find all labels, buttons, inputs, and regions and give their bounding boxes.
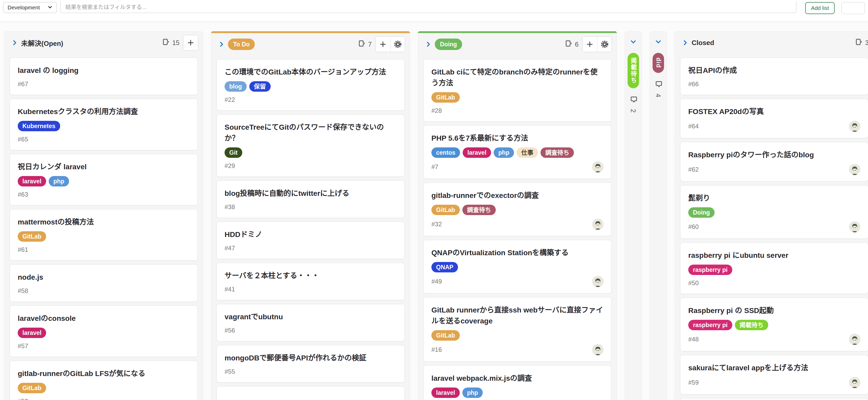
label-pill[interactable]: 調査待ち <box>540 147 574 158</box>
issue-title[interactable]: laravel webpack.mix.jsの調査 <box>431 373 603 384</box>
label-pill[interactable]: laravel <box>463 147 491 158</box>
issue-title[interactable]: vagrantでubutnu <box>224 311 397 322</box>
collapse-column-button[interactable] <box>10 38 19 47</box>
assignee-avatar[interactable] <box>849 121 860 132</box>
label-pill[interactable]: laravel <box>18 328 46 338</box>
assignee-avatar[interactable] <box>592 161 603 173</box>
expand-column-button[interactable] <box>629 37 638 46</box>
add-issue-button[interactable] <box>183 35 198 50</box>
issue-title[interactable]: mattermostの投稿方法 <box>18 217 190 227</box>
issue-card[interactable]: gitlab-runnerでのexectorの調査GitLab調査待ち#32 <box>423 183 611 236</box>
issue-card[interactable]: sakuraにてlaravel appを上げる方法#59 <box>680 355 868 395</box>
collapse-column-button[interactable] <box>681 38 689 47</box>
issue-title[interactable]: gitlab-runnerでのexectorの調査 <box>431 190 603 201</box>
issue-card[interactable]: blog投稿時に自動的にtwitterに上げる#38 <box>216 181 405 218</box>
label-pill[interactable]: GitLab <box>431 92 460 102</box>
label-pill[interactable]: php <box>494 147 514 158</box>
search-input[interactable] <box>60 1 796 13</box>
label-pill[interactable]: laravel <box>431 388 460 398</box>
label-pill[interactable]: php <box>49 176 69 186</box>
label-pill[interactable]: QNAP <box>431 262 458 272</box>
issue-title[interactable]: gitlab-runnerのGitLab LFSが気になる <box>18 368 190 379</box>
issue-title[interactable]: laravelのconsole <box>18 313 190 324</box>
label-pill[interactable]: centos <box>431 147 460 158</box>
issue-card[interactable]: この環境でのGitLab本体のバージョンアップ方法blog保留#22 <box>216 59 405 111</box>
label-pill[interactable]: GitLab <box>431 205 460 215</box>
issue-card[interactable]: laravelのconsolelaravel#57 <box>10 305 198 357</box>
issue-card[interactable]: サーバを２本柱とする・・・#41 <box>216 263 405 300</box>
add-list-button[interactable]: Add list <box>805 2 835 14</box>
expand-column-button[interactable] <box>654 37 663 46</box>
issue-title[interactable]: 祝日カレンダ laravel <box>18 161 190 173</box>
assignee-avatar[interactable] <box>592 276 603 287</box>
issue-card[interactable]: 髭剃りDoing#60 <box>680 185 868 239</box>
issue-title[interactable]: node.js <box>18 272 190 283</box>
list-settings-button[interactable] <box>390 37 405 52</box>
issue-card[interactable]: laravel の logging#67 <box>10 58 198 95</box>
label-pill[interactable]: php <box>462 388 483 398</box>
issue-title[interactable]: Raspberry pi の SSD起動 <box>688 305 860 316</box>
issue-card[interactable]: mongoDBで郵便番号APIが作れるかの検証#55 <box>216 345 405 382</box>
issue-title[interactable]: QNAPのVirtualization Stationを構築する <box>431 247 603 258</box>
issue-card-partial[interactable] <box>216 386 405 400</box>
issue-card[interactable]: gitlab-runnerのGitLab LFSが気になるGitLab#53 <box>10 361 198 400</box>
label-pill[interactable]: 調査待ち <box>462 205 496 215</box>
add-issue-button[interactable] <box>376 37 390 52</box>
issue-card-partial[interactable] <box>680 398 868 400</box>
issue-title[interactable]: GitLab ciにて特定のbranchのみ特定のrunnerを使う方法 <box>431 67 603 89</box>
issue-title[interactable]: mongoDBで郵便番号APIが作れるかの検証 <box>224 352 397 364</box>
assignee-avatar[interactable] <box>592 219 603 230</box>
issue-card[interactable]: GitLab runnerから直接ssh webサーバに直接ファイルを送るcov… <box>423 297 611 362</box>
issue-card[interactable]: SourceTreeにてGitのパスワード保存できないのか？Git#29 <box>216 114 405 177</box>
issue-card[interactable]: FOSTEX AP20dの写真#64 <box>680 99 868 138</box>
issue-card[interactable]: Kubernetesクラスタの利用方法調査Kubernetes#65 <box>10 99 198 150</box>
list-settings-button[interactable] <box>597 37 612 52</box>
issue-title[interactable]: HDDドミノ <box>224 229 397 240</box>
issue-title[interactable]: この環境でのGitLab本体のバージョンアップ方法 <box>224 67 397 78</box>
issue-title[interactable]: Raspberry piのタワー作った話のblog <box>688 150 860 160</box>
issue-card[interactable]: Raspberry pi の SSD起動raspberry pi掲載待ち#48 <box>680 298 868 351</box>
issue-card[interactable]: laravel webpack.mix.jsの調査laravelphp#30 <box>423 365 611 400</box>
assignee-avatar[interactable] <box>592 344 603 355</box>
issue-card[interactable]: vagrantでubutnu#56 <box>216 304 405 341</box>
label-pill[interactable]: Git <box>224 147 242 158</box>
issue-card[interactable]: QNAPのVirtualization Stationを構築するQNAP#49 <box>423 240 611 294</box>
label-pill[interactable]: GitLab <box>18 231 46 242</box>
issue-title[interactable]: sakuraにてlaravel appを上げる方法 <box>688 363 860 373</box>
collapse-column-button[interactable] <box>217 40 226 49</box>
label-pill[interactable]: 掲載待ち <box>735 320 768 330</box>
label-pill[interactable]: Kubernetes <box>18 121 60 131</box>
label-pill[interactable]: 保留 <box>249 81 271 92</box>
label-pill[interactable]: blog <box>224 81 247 92</box>
label-pill[interactable]: GitLab <box>18 383 46 393</box>
issue-title[interactable]: FOSTEX AP20dの写真 <box>688 106 860 117</box>
issue-title[interactable]: サーバを２本柱とする・・・ <box>224 270 397 281</box>
issue-title[interactable]: 祝日APIの作成 <box>688 65 860 76</box>
issue-title[interactable]: SourceTreeにてGitのパスワード保存できないのか？ <box>224 122 397 144</box>
issue-card[interactable]: Raspberry piのタワー作った話のblog#62 <box>680 142 868 182</box>
issue-card[interactable]: 祝日APIの作成#66 <box>680 58 868 95</box>
label-pill[interactable]: Doing <box>688 207 715 218</box>
issue-card[interactable]: raspberry pi にubuntu serverraspberry pi#… <box>680 242 868 294</box>
board-select[interactable]: Development <box>3 2 57 13</box>
issue-title[interactable]: PHP 5.6を7系最新にする方法 <box>431 133 603 144</box>
assignee-avatar[interactable] <box>849 334 860 345</box>
add-issue-button[interactable] <box>583 37 597 52</box>
issue-title[interactable]: raspberry pi にubuntu server <box>688 250 860 261</box>
assignee-avatar[interactable] <box>849 164 860 175</box>
label-pill[interactable]: laravel <box>18 176 46 186</box>
collapse-column-button[interactable] <box>424 40 433 49</box>
issue-title[interactable]: Kubernetesクラスタの利用方法調査 <box>18 106 190 117</box>
label-pill[interactable]: raspberry pi <box>688 320 732 330</box>
issue-title[interactable]: 髭剃り <box>688 193 860 204</box>
label-pill[interactable]: raspberry pi <box>688 265 732 275</box>
issue-card[interactable]: mattermostの投稿方法GitLab#61 <box>10 209 198 261</box>
issue-card[interactable]: node.js#58 <box>10 264 198 302</box>
issue-title[interactable]: GitLab runnerから直接ssh webサーバに直接ファイルを送るcov… <box>431 305 603 327</box>
issue-card[interactable]: HDDドミノ#47 <box>216 222 405 259</box>
issue-title[interactable]: blog投稿時に自動的にtwitterに上げる <box>224 188 397 199</box>
issue-card[interactable]: 祝日カレンダ laravellaravelphp#63 <box>10 154 198 206</box>
assignee-avatar[interactable] <box>849 221 860 232</box>
label-pill[interactable]: GitLab <box>431 330 460 341</box>
assignee-avatar[interactable] <box>849 377 860 388</box>
